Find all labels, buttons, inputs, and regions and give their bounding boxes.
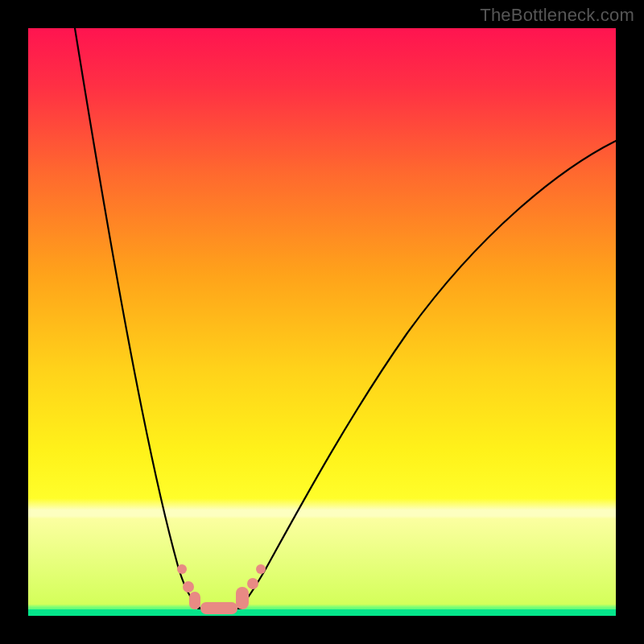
chart-frame: TheBottleneck.com xyxy=(0,0,644,644)
watermark-text: TheBottleneck.com xyxy=(480,5,634,26)
bottleneck-chart xyxy=(28,28,616,616)
svg-point-5 xyxy=(247,578,258,589)
svg-point-0 xyxy=(177,564,187,574)
green-floor-strip xyxy=(28,609,616,616)
svg-rect-3 xyxy=(200,602,237,614)
gradient-background xyxy=(28,28,616,616)
svg-point-6 xyxy=(256,564,266,574)
svg-rect-2 xyxy=(189,592,200,609)
svg-point-1 xyxy=(183,581,194,592)
svg-rect-4 xyxy=(236,587,249,609)
